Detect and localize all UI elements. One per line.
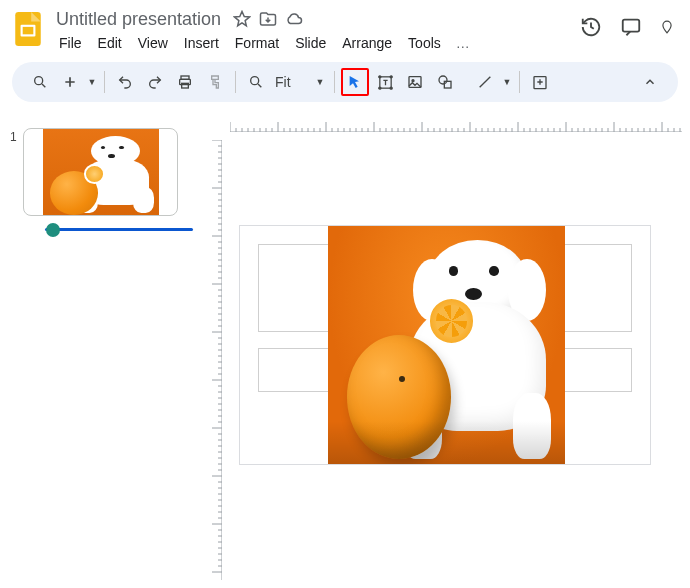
insert-shape-icon[interactable] [431, 68, 459, 96]
insert-image-icon[interactable] [401, 68, 429, 96]
zoom-control[interactable]: Fit ▼ [242, 68, 328, 96]
svg-point-8 [251, 77, 259, 85]
print-icon[interactable] [171, 68, 199, 96]
text-box-icon[interactable] [371, 68, 399, 96]
header-right [580, 16, 678, 38]
thumbnail-row: 1 [10, 128, 190, 231]
toolbar-separator [519, 71, 520, 93]
cloud-status-icon[interactable] [285, 10, 303, 28]
thumbnail-image [43, 129, 159, 216]
menu-more[interactable]: … [450, 33, 476, 53]
svg-rect-17 [444, 81, 451, 88]
comments-icon[interactable] [620, 16, 642, 38]
slide-thumbnail[interactable] [23, 128, 178, 216]
svg-point-4 [35, 77, 43, 85]
canvas-area [200, 110, 690, 588]
version-history-icon[interactable] [580, 16, 602, 38]
select-tool-highlight [341, 68, 369, 96]
thumbnail-container [23, 128, 193, 231]
horizontal-ruler[interactable] [230, 118, 682, 132]
shape-dropdown-icon[interactable] [461, 68, 469, 96]
new-slide-icon[interactable] [56, 68, 84, 96]
header-bar: Untitled presentation File Edit View Ins… [0, 0, 690, 54]
slides-app-icon[interactable] [12, 10, 44, 48]
title-area: Untitled presentation File Edit View Ins… [52, 8, 572, 54]
slide-number: 1 [10, 128, 17, 144]
zoom-dropdown-icon[interactable]: ▼ [312, 77, 328, 87]
line-dropdown-icon[interactable]: ▼ [501, 68, 513, 96]
paint-format-icon[interactable] [201, 68, 229, 96]
slide-image[interactable] [328, 226, 565, 464]
star-icon[interactable] [233, 10, 251, 28]
select-tool-icon[interactable] [344, 71, 366, 93]
thumbnail-selection-underline [45, 228, 193, 231]
redo-icon[interactable] [141, 68, 169, 96]
search-menus-icon[interactable] [26, 68, 54, 96]
menu-bar: File Edit View Insert Format Slide Arran… [52, 32, 572, 54]
menu-tools[interactable]: Tools [401, 33, 448, 53]
speaker-notes-indicator-icon [46, 223, 60, 237]
svg-point-13 [390, 87, 392, 89]
svg-rect-2 [23, 27, 34, 34]
menu-view[interactable]: View [131, 33, 175, 53]
svg-point-15 [412, 80, 414, 82]
new-slide-dropdown-icon[interactable]: ▼ [86, 68, 98, 96]
toolbar: ▼ Fit ▼ ▼ [12, 62, 678, 102]
svg-point-11 [390, 75, 392, 77]
toolbar-separator [104, 71, 105, 93]
menu-arrange[interactable]: Arrange [335, 33, 399, 53]
menu-slide[interactable]: Slide [288, 33, 333, 53]
zoom-icon[interactable] [242, 68, 270, 96]
toolbar-separator [235, 71, 236, 93]
meet-icon[interactable] [660, 16, 674, 38]
menu-edit[interactable]: Edit [91, 33, 129, 53]
document-title[interactable]: Untitled presentation [52, 9, 225, 30]
title-row: Untitled presentation [52, 8, 572, 30]
slide-canvas[interactable] [240, 226, 650, 464]
move-folder-icon[interactable] [259, 10, 277, 28]
vertical-ruler[interactable] [208, 140, 222, 580]
menu-format[interactable]: Format [228, 33, 286, 53]
workspace: 1 [0, 110, 690, 588]
svg-point-16 [439, 76, 447, 84]
undo-icon[interactable] [111, 68, 139, 96]
zoom-label[interactable]: Fit [271, 74, 311, 90]
svg-rect-3 [623, 20, 640, 32]
menu-insert[interactable]: Insert [177, 33, 226, 53]
toolbar-separator [334, 71, 335, 93]
menu-file[interactable]: File [52, 33, 89, 53]
filmstrip-panel: 1 [0, 110, 200, 588]
svg-point-10 [378, 75, 380, 77]
collapse-toolbar-icon[interactable] [636, 68, 664, 96]
insert-comment-icon[interactable] [526, 68, 554, 96]
insert-line-icon[interactable] [471, 68, 499, 96]
svg-point-12 [378, 87, 380, 89]
